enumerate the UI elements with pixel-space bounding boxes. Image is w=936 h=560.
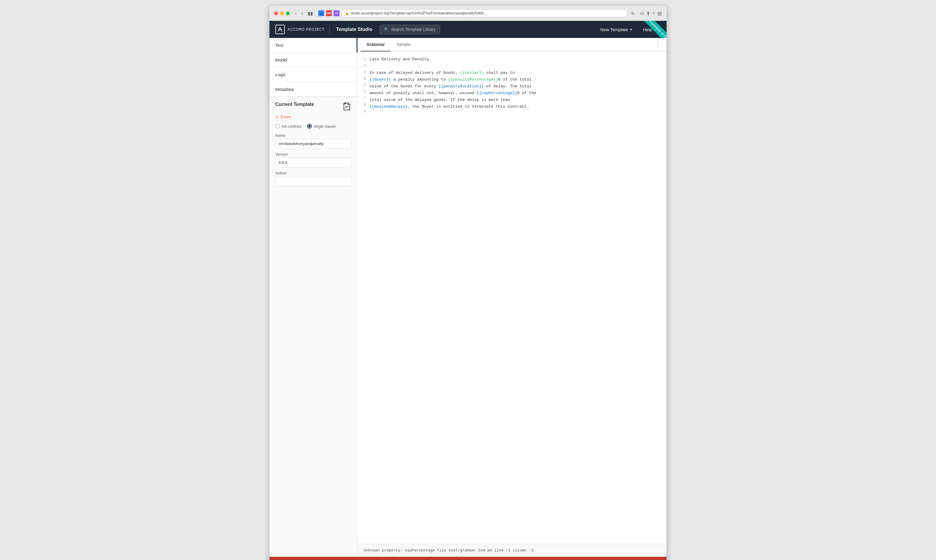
code-line-7: total value of the delayed goods. If the… <box>369 97 662 103</box>
radio-full-contract[interactable]: full contract <box>276 124 301 129</box>
sidebar-item-metadata[interactable]: Metadata <box>269 82 357 97</box>
more-options-icon[interactable]: ⋮ <box>653 38 664 51</box>
line-num-9: 9 <box>358 108 366 115</box>
line-num-7: 7 <box>358 95 366 102</box>
code-line-5: value of the Goods for every {{penaltyDu… <box>369 83 662 90</box>
line-num-5: 5 <box>358 82 366 89</box>
code-content[interactable]: Late Delivery and Penalty. In case of de… <box>369 56 662 539</box>
share-icon[interactable]: ⬆ <box>646 11 650 16</box>
line-num-6: 6 <box>358 89 366 95</box>
lock-icon: 🔒 <box>345 11 349 15</box>
tab-sample[interactable]: Sample <box>391 38 416 51</box>
browser-nav-controls: ‹ › ▮▮ <box>293 10 315 17</box>
var-penalty-dur: {{penaltyDuration}} <box>439 84 484 89</box>
tab-overview-button[interactable]: ▮▮ <box>306 10 315 17</box>
status-bar: Errors ⚠ Contract Text ⚠ Logic <box>269 557 667 560</box>
author-field-group: Author <box>276 171 351 186</box>
version-input[interactable] <box>276 158 351 167</box>
new-tab-icon[interactable]: + <box>653 11 655 16</box>
ct-header: Current Template <box>276 102 351 113</box>
nav-divider <box>329 25 329 34</box>
error-message: Unknown property: capPercentage File tex… <box>363 548 533 553</box>
main-content: Text Model Logic Metadata Current Te <box>269 38 667 557</box>
radio-full-circle[interactable] <box>276 124 280 129</box>
nav-logo[interactable]: ACCORD PROJECT <box>276 25 325 34</box>
address-bar-area: 🔵 ABP 🛡 🔒 studio.accordproject.org/?temp… <box>318 9 637 17</box>
address-bar[interactable]: 🔒 studio.accordproject.org/?template=ap%… <box>342 9 627 17</box>
line-num-8: 8 <box>358 102 366 108</box>
name-field-group: Name <box>276 133 351 149</box>
current-template-section: Current Template ⚠ Errors <box>269 97 357 557</box>
var-penalty-pct: {{penaltyPercentage}} <box>448 77 498 82</box>
reload-button[interactable]: ↻ <box>629 10 637 17</box>
forward-button[interactable]: › <box>299 10 305 17</box>
code-line-8: {{maximumDelay}}, the Buyer is entitled … <box>369 103 662 110</box>
line-num-2: 2 <box>358 63 366 69</box>
code-editor[interactable]: 1 2 3 4 5 6 7 8 9 Late Delivery and Pena… <box>358 51 667 544</box>
sidebar-item-model[interactable]: Model <box>269 53 357 67</box>
search-bar[interactable]: 🔍 Search Template Library <box>379 25 440 34</box>
code-line-3: In case of delayed delivery of Goods, {{… <box>369 70 662 77</box>
radio-single-clause[interactable]: single clause <box>307 124 336 129</box>
contract-type-radio-group: full contract single clause <box>276 124 351 129</box>
ct-errors: ⚠ Errors <box>276 114 351 119</box>
sidebar-toggle-icon[interactable]: ▤ <box>657 11 662 16</box>
editor-tabs: Grammar Sample ⋮ <box>358 38 667 51</box>
errors-label: Errors <box>281 115 291 119</box>
app-wrapper: ACCORD PROJECT Template Studio 🔍 Search … <box>269 21 667 560</box>
code-line-2 <box>369 63 662 70</box>
ext-icon-shield: 🛡 <box>334 10 339 16</box>
extension-icons: 🔵 ABP 🛡 <box>318 10 339 16</box>
author-label: Author <box>276 171 351 175</box>
maximize-button[interactable] <box>286 11 290 15</box>
line-num-1: 1 <box>358 56 366 63</box>
var-cap-pct: {{capPercentage}} <box>477 91 517 95</box>
sidebar-nav: Text Model Logic Metadata <box>269 38 357 97</box>
back-button[interactable]: ‹ <box>293 10 298 17</box>
code-line-9 <box>369 110 662 117</box>
version-label: Version <box>276 152 351 157</box>
version-field-group: Version <box>276 152 351 167</box>
var-max-delay: {{maximumDelay}} <box>369 105 408 109</box>
github-ribbon-text: Contribute on GitHub <box>644 21 667 38</box>
name-label: Name <box>276 133 351 138</box>
minimize-button[interactable] <box>280 11 284 15</box>
new-template-arrow: ▼ <box>630 28 633 31</box>
line-numbers: 1 2 3 4 5 6 7 8 9 <box>358 56 369 539</box>
search-icon: 🔍 <box>384 27 389 32</box>
browser-window: ‹ › ▮▮ 🔵 ABP 🛡 🔒 studio.accordproject.or… <box>269 6 667 560</box>
search-placeholder: Search Template Library <box>391 27 436 32</box>
browser-right-controls: ⊙ ⬆ + ▤ <box>640 11 662 16</box>
line-num-3: 3 <box>358 69 366 75</box>
top-nav: ACCORD PROJECT Template Studio 🔍 Search … <box>269 21 667 38</box>
studio-title: Template Studio <box>336 27 372 32</box>
logo-text: ACCORD PROJECT <box>288 27 325 31</box>
radio-single-circle[interactable] <box>307 124 312 129</box>
browser-titlebar: ‹ › ▮▮ 🔵 ABP 🛡 🔒 studio.accordproject.or… <box>269 6 667 21</box>
sidebar: Text Model Logic Metadata Current Te <box>269 38 358 557</box>
code-line-1: Late Delivery and Penalty. <box>369 56 662 63</box>
author-input[interactable] <box>276 177 351 186</box>
traffic-lights <box>274 11 290 15</box>
var-seller: {{seller}} <box>460 71 484 75</box>
ct-template-icon <box>342 102 351 113</box>
code-line-6: amount of penalty shall not, however, ex… <box>369 90 662 97</box>
var-buyer: {{buyer}} <box>369 77 391 82</box>
close-button[interactable] <box>274 11 278 15</box>
error-bar: Unknown property: capPercentage File tex… <box>358 544 667 557</box>
ext-icon-abp: ABP <box>326 10 332 16</box>
ext-icon-1: 🔵 <box>318 10 324 16</box>
sidebar-item-logic[interactable]: Logic <box>269 67 357 82</box>
code-line-4: {{buyer}} a penalty amounting to {{penal… <box>369 77 662 83</box>
url-text: studio.accordproject.org/?template=ap%3A… <box>351 11 486 15</box>
new-template-button[interactable]: New Template ▼ <box>596 25 637 34</box>
errors-warning-icon: ⚠ <box>276 114 279 119</box>
name-input[interactable] <box>276 139 351 149</box>
editor-area: Grammar Sample ⋮ 1 2 3 4 <box>358 38 667 557</box>
logo-icon <box>276 25 285 34</box>
line-num-4: 4 <box>358 75 366 82</box>
history-icon[interactable]: ⊙ <box>640 11 644 16</box>
tab-grammar[interactable]: Grammar <box>361 38 391 51</box>
sidebar-item-text[interactable]: Text <box>269 38 357 53</box>
github-ribbon[interactable]: Contribute on GitHub <box>637 21 667 38</box>
